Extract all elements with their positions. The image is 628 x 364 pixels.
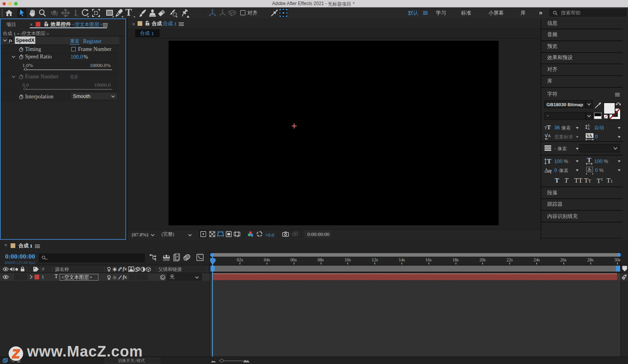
svg-text:A: A [548,133,551,138]
svg-text:A: A [587,127,590,130]
svg-text:T: T [587,158,592,163]
svg-text:T: T [547,158,552,165]
svg-text:VA: VA [586,133,592,138]
svg-text:a: a [548,168,550,172]
